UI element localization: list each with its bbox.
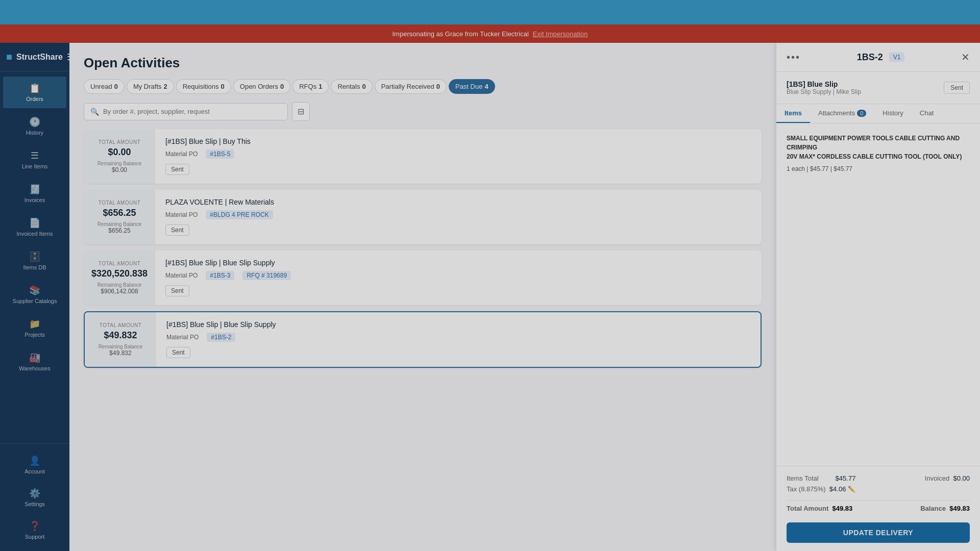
order-meta-3: Material PO #1BS-3 RFQ # 319689: [165, 271, 751, 280]
sidebar-item-support[interactable]: ❓ Support: [3, 514, 66, 546]
order-remaining-value-1: $0.00: [112, 166, 127, 173]
sidebar-item-invoiced-items[interactable]: 📄 Invoiced Items: [3, 211, 66, 243]
order-title-3: [#1BS] Blue Slip | Blue Slip Supply: [165, 259, 751, 267]
panel-order-name: [1BS] Blue Slip: [787, 80, 861, 88]
order-remaining-label-3: Remaining Balance: [97, 282, 142, 288]
main-content: Open Activities Unread 0 My Drafts 2 Req…: [69, 43, 776, 551]
order-remaining-value-3: $906,142.008: [101, 288, 138, 295]
order-card-1[interactable]: TOTAL AMOUNT $0.00 Remaining Balance $0.…: [84, 129, 762, 184]
tab-unread-label: Unread: [90, 83, 112, 90]
panel-tab-items-label: Items: [785, 109, 802, 117]
footer-balance-value: $49.83: [949, 505, 970, 512]
panel-tab-chat[interactable]: Chat: [912, 104, 942, 123]
tab-rentals[interactable]: Rentals 0: [331, 79, 372, 94]
exit-impersonation-link[interactable]: Exit Impersonation: [533, 30, 588, 38]
tab-partially-received[interactable]: Partially Received 0: [375, 79, 447, 94]
order-meta-1: Material PO #1BS-5: [165, 149, 751, 159]
footer-invoiced-row: Invoiced $0.00: [925, 474, 970, 482]
filter-button[interactable]: ⊟: [292, 102, 310, 121]
order-remaining-label-4: Remaining Balance: [99, 344, 143, 349]
tab-unread[interactable]: Unread 0: [84, 79, 125, 94]
invoiced-items-icon: 📄: [29, 217, 40, 229]
panel-info-text: [1BS] Blue Slip Blue Slip Supply | Mike …: [787, 80, 861, 95]
tab-past-due[interactable]: Past Due 4: [449, 79, 495, 94]
tab-open-orders-count: 0: [280, 83, 284, 90]
impersonation-message: Impersonating as Grace from Tucker Elect…: [393, 30, 529, 38]
sidebar-bottom: 👤 Account ⚙️ Settings ❓ Support: [0, 443, 69, 551]
tab-open-orders-label: Open Orders: [240, 83, 278, 90]
panel-tab-history[interactable]: History: [874, 104, 911, 123]
order-meta-2: Material PO #BLDG 4 PRE ROCK: [165, 210, 751, 219]
tax-edit-icon[interactable]: ✏️: [848, 486, 855, 493]
order-title-4: [#1BS] Blue Slip | Blue Slip Supply: [166, 320, 750, 329]
footer-total-row: Total Amount $49.83: [787, 505, 852, 512]
order-status-3: Sent: [165, 285, 189, 296]
warehouses-icon: 🏭: [29, 352, 40, 363]
logo-text: StructShare: [16, 53, 63, 62]
panel-tab-history-label: History: [883, 109, 903, 117]
footer-items-total-row: Items Total $45.77: [787, 474, 855, 482]
tab-past-due-count: 4: [484, 83, 488, 90]
account-icon: 👤: [29, 455, 40, 466]
footer-right: Invoiced $0.00: [925, 474, 970, 496]
footer-balance-label: Balance: [920, 505, 946, 512]
footer-tax-row: Tax (8.875%) $4.06 ✏️: [787, 485, 855, 493]
sidebar-item-items-db[interactable]: 🗄️ Items DB: [3, 245, 66, 277]
sidebar-item-supplier-catalogs[interactable]: 📚 Supplier Catalogs: [3, 279, 66, 310]
items-db-icon: 🗄️: [29, 251, 40, 262]
order-remaining-value-2: $656.25: [108, 227, 130, 234]
footer-tax-label: Tax (8.875%): [787, 485, 826, 493]
search-icon: 🔍: [90, 108, 99, 116]
search-input-wrap: 🔍: [84, 103, 288, 120]
panel-tab-attachments[interactable]: Attachments 0: [810, 104, 874, 123]
sidebar-item-history[interactable]: 🕐 History: [3, 110, 66, 142]
sidebar-label-items-db: Items DB: [23, 264, 46, 270]
order-card-2[interactable]: TOTAL AMOUNT $656.25 Remaining Balance $…: [84, 190, 762, 244]
order-card-3[interactable]: TOTAL AMOUNT $320,520.838 Remaining Bala…: [84, 251, 762, 305]
order-total-label-3: TOTAL AMOUNT: [99, 261, 141, 266]
panel-close-button[interactable]: ✕: [961, 51, 970, 63]
tab-my-drafts-label: My Drafts: [133, 83, 162, 90]
footer-total-value: $49.83: [832, 505, 853, 512]
sidebar-label-account: Account: [24, 468, 45, 474]
sidebar-item-account[interactable]: 👤 Account: [3, 449, 66, 481]
tab-rfqs[interactable]: RFQs 1: [292, 79, 329, 94]
sidebar-item-settings[interactable]: ⚙️ Settings: [3, 482, 66, 513]
footer-tax-value: $4.06 ✏️: [829, 485, 856, 493]
sidebar-label-supplier-catalogs: Supplier Catalogs: [13, 298, 57, 304]
sidebar-item-projects[interactable]: 📁 Projects: [3, 312, 66, 344]
sidebar-label-support: Support: [25, 534, 45, 540]
tab-open-orders[interactable]: Open Orders 0: [233, 79, 290, 94]
tab-my-drafts[interactable]: My Drafts 2: [127, 79, 174, 94]
sidebar-item-line-items[interactable]: ☰ Line Items: [3, 144, 66, 176]
panel-tab-attachments-label: Attachments: [818, 109, 855, 117]
tab-rentals-count: 0: [362, 83, 365, 90]
filter-tabs: Unread 0 My Drafts 2 Requisitions 0 Open…: [69, 79, 776, 102]
search-input[interactable]: [103, 108, 281, 115]
tab-requisitions[interactable]: Requisitions 0: [176, 79, 231, 94]
tab-my-drafts-count: 2: [164, 83, 167, 90]
panel-more-button[interactable]: •••: [787, 52, 800, 63]
sidebar-nav: 📋 Orders 🕐 History ☰ Line Items 🧾 Invoic…: [0, 71, 69, 443]
footer-left: Items Total $45.77 Tax (8.875%) $4.06 ✏️: [787, 474, 855, 496]
footer-items-total-value: $45.77: [836, 474, 856, 482]
order-card-4[interactable]: TOTAL AMOUNT $49.832 Remaining Balance $…: [84, 311, 762, 368]
tab-requisitions-count: 0: [221, 83, 225, 90]
support-icon: ❓: [29, 520, 40, 532]
sidebar-item-invoices[interactable]: 🧾 Invoices: [3, 178, 66, 209]
top-bar: [0, 0, 980, 24]
panel-tab-items[interactable]: Items: [776, 104, 810, 123]
sidebar-item-orders[interactable]: 📋 Orders: [3, 77, 66, 108]
sidebar-label-projects: Projects: [24, 332, 45, 338]
sidebar-item-warehouses[interactable]: 🏭 Warehouses: [3, 346, 66, 378]
update-delivery-button[interactable]: UPDATE DELIVERY: [787, 522, 970, 543]
order-details-4: [#1BS] Blue Slip | Blue Slip Supply Mate…: [156, 312, 761, 367]
line-items-icon: ☰: [31, 150, 39, 161]
panel-footer: Items Total $45.77 Tax (8.875%) $4.06 ✏️: [776, 466, 980, 551]
sidebar-label-invoices: Invoices: [24, 197, 45, 203]
order-total-value-4: $49.832: [104, 330, 137, 341]
filter-icon: ⊟: [298, 107, 304, 116]
sidebar-logo: ■ StructShare ☰: [0, 43, 69, 71]
tab-partially-received-count: 0: [436, 83, 440, 90]
panel-body: SMALL EQUIPMENT POWER TOOLS CABLE CUTTIN…: [776, 123, 980, 466]
